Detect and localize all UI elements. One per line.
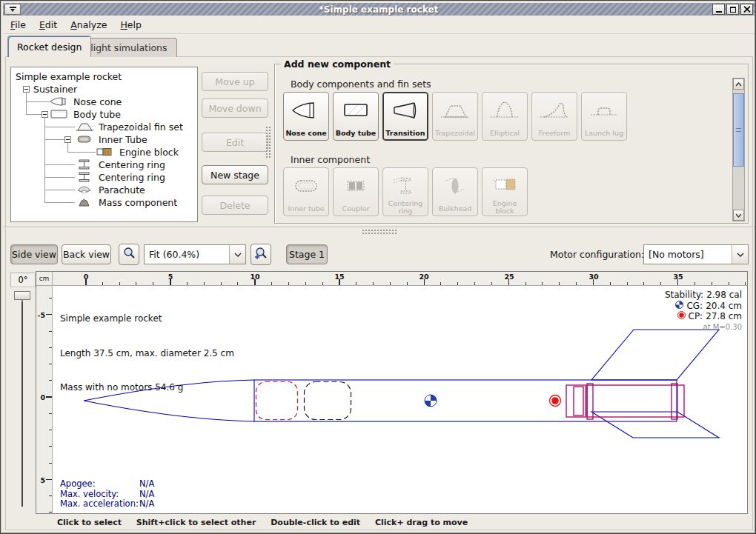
cp-label: CP: — [689, 311, 703, 322]
motor-configuration-value: [No motors] — [644, 249, 732, 260]
cp-legend-icon — [677, 311, 686, 322]
max-acceleration-label: Max. acceleration: — [60, 499, 139, 510]
scroll-up-arrow-icon[interactable] — [733, 79, 744, 90]
vertical-splitter-grip[interactable] — [265, 126, 271, 158]
edit-button[interactable]: Edit — [202, 133, 268, 152]
menu-analyze[interactable]: Analyze — [70, 19, 107, 30]
stage-1-toggle[interactable]: Stage 1 — [286, 244, 328, 264]
rotation-slider-track[interactable] — [21, 292, 23, 507]
tree-item-engine-block[interactable]: Engine block — [11, 146, 197, 158]
component-tree[interactable]: Simple example rocket Sustainer Nose con… — [10, 67, 198, 222]
rocket-canvas[interactable]: Simple example rocket Length 37.5 cm, ma… — [53, 286, 747, 513]
group-title: Add new component — [281, 59, 394, 70]
flight-data: Apogee:N/A Max. velocity:N/A Max. accele… — [60, 479, 154, 510]
engine-block-icon — [488, 174, 521, 200]
tree-item-rocket[interactable]: Simple example rocket — [11, 70, 197, 83]
tree-item-body-tube[interactable]: Body tube — [11, 108, 197, 121]
tree-item-centering-ring-2[interactable]: Centering ring — [11, 171, 197, 184]
tree-item-sustainer[interactable]: Sustainer — [11, 83, 197, 96]
magnifier-plus-icon — [254, 247, 268, 262]
add-coupler-button[interactable]: Coupler — [333, 167, 379, 216]
centering-ring-icon — [75, 172, 94, 182]
motor-configuration-combobox[interactable]: [No motors] — [643, 244, 749, 264]
title-bar[interactable]: *Simple example rocket — [3, 3, 755, 16]
rocket-view-panel: cm 0 5 10 15 20 25 30 35 -5 0 5 — [36, 271, 748, 514]
zoom-out-button[interactable] — [119, 244, 139, 265]
parachute-shape[interactable] — [256, 382, 298, 420]
zoom-level-value: Fit (60.4%) — [145, 249, 229, 260]
elliptical-fin-icon — [488, 99, 521, 124]
rotation-angle-indicator: 0° — [10, 273, 36, 287]
split-pane-divider — [3, 227, 755, 228]
max-acceleration-value: N/A — [139, 499, 154, 510]
application-window: *Simple example rocket File Edit Analyze… — [0, 0, 756, 534]
side-view-button[interactable]: Side view — [10, 244, 58, 264]
close-button[interactable] — [740, 4, 753, 15]
chevron-down-icon[interactable] — [732, 245, 748, 264]
tree-item-nose-cone[interactable]: Nose cone — [11, 96, 197, 108]
tab-bar: Rocket design Flight simulations — [3, 34, 755, 57]
add-elliptical-fin-button[interactable]: Elliptical — [482, 92, 528, 141]
new-stage-button[interactable]: New stage — [202, 165, 268, 184]
scroll-down-arrow-icon[interactable] — [733, 210, 744, 221]
menu-bar: File Edit Analyze Help — [3, 16, 755, 34]
add-inner-tube-button[interactable]: Inner tube — [283, 167, 329, 216]
tree-item-parachute[interactable]: Parachute — [11, 184, 197, 196]
component-panel-scrollbar[interactable] — [732, 78, 745, 221]
collapse-toggle[interactable] — [42, 111, 48, 118]
back-view-button[interactable]: Back view — [62, 244, 111, 264]
ruler-unit-label: cm — [36, 272, 53, 286]
inner-tube-shape[interactable] — [566, 384, 684, 419]
mass-component-shape[interactable] — [305, 382, 351, 420]
body-tube-shape[interactable] — [254, 380, 677, 421]
add-transition-button[interactable]: Transition — [382, 92, 428, 141]
bulkhead-icon — [439, 174, 471, 200]
add-centering-ring-button[interactable]: Centering ring — [382, 167, 428, 216]
window-title: *Simple example rocket — [3, 4, 755, 15]
move-down-button[interactable]: Move down — [202, 99, 268, 118]
cp-value: 27.8 cm — [706, 311, 742, 322]
add-trapezoidal-fin-button[interactable]: Trapezoidal — [432, 92, 478, 141]
zoom-in-button[interactable] — [251, 244, 271, 265]
max-velocity-value: N/A — [139, 490, 154, 500]
move-up-button[interactable]: Move up — [202, 72, 268, 91]
tree-item-inner-tube[interactable]: Inner Tube — [11, 133, 197, 146]
chevron-down-icon[interactable] — [229, 245, 245, 264]
collapse-toggle[interactable] — [64, 136, 71, 143]
add-body-tube-button[interactable]: Body tube — [333, 92, 379, 141]
tree-item-centering-ring[interactable]: Centering ring — [11, 158, 197, 171]
menu-help[interactable]: Help — [120, 19, 142, 30]
maximize-button[interactable] — [726, 4, 739, 15]
transition-icon — [389, 99, 422, 124]
minimize-icon — [716, 7, 722, 13]
cg-label: CG: — [686, 301, 703, 312]
inner-section-label: Inner component — [291, 154, 370, 165]
tab-rocket-design[interactable]: Rocket design — [7, 36, 91, 57]
cg-marker — [425, 395, 437, 407]
scrollbar-thumb[interactable] — [733, 93, 744, 167]
menu-edit[interactable]: Edit — [39, 19, 57, 30]
maximize-icon — [730, 7, 736, 13]
add-nose-cone-button[interactable]: Nose cone — [283, 92, 329, 141]
horizontal-splitter-grip[interactable] — [362, 229, 397, 235]
add-launch-lug-button[interactable]: Launch lug — [581, 92, 627, 141]
motor-configuration-label: Motor configuration: — [550, 249, 644, 260]
rotation-slider-handle[interactable] — [14, 291, 30, 300]
tree-item-mass-component[interactable]: Mass component — [11, 196, 197, 209]
status-hints: Click to select Shift+click to select ot… — [57, 518, 480, 527]
stability-value: 2.98 cal — [706, 290, 742, 301]
add-engine-block-button[interactable]: Engine block — [482, 167, 528, 216]
zoom-level-combobox[interactable]: Fit (60.4%) — [144, 244, 246, 264]
tree-item-trapezoidal-fin-set[interactable]: Trapezoidal fin set — [11, 121, 197, 133]
minimize-button[interactable] — [712, 4, 725, 15]
max-velocity-label: Max. velocity: — [60, 490, 139, 500]
body-tube-icon — [50, 109, 69, 119]
add-freeform-fin-button[interactable]: Freeform — [531, 92, 577, 141]
menu-file[interactable]: File — [10, 19, 26, 30]
rocket-info-text: Simple example rocket Length 37.5 cm, ma… — [60, 290, 234, 417]
delete-button[interactable]: Delete — [202, 196, 268, 215]
mach-note: at M=0.30 — [665, 322, 742, 333]
add-bulkhead-button[interactable]: Bulkhead — [432, 167, 478, 216]
body-section-label: Body components and fin sets — [291, 79, 431, 90]
collapse-toggle[interactable] — [23, 86, 30, 93]
